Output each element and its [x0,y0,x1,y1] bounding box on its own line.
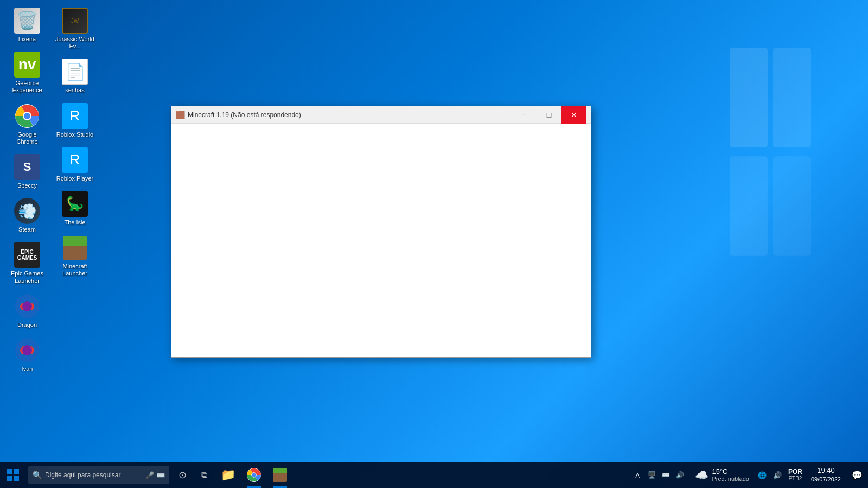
svg-rect-18 [7,476,12,481]
isle-icon: 🦕 [62,191,88,217]
icon-steam[interactable]: 💨 Steam [5,196,49,235]
icon-roblox-studio[interactable]: R Roblox Studio [53,101,97,140]
weather-desc: Pred. nublado [712,476,749,483]
weather-info: 15°C Pred. nublado [712,467,749,483]
clock-date: 09/07/2022 [811,476,841,483]
svg-rect-2 [730,156,768,255]
svg-point-7 [24,113,30,119]
search-extra-icons: 🎤 ⌨️ [145,471,165,479]
svg-point-15 [22,345,32,355]
weather-icon: ☁️ [695,468,709,481]
speccy-label: Speccy [17,182,37,189]
roblox-studio-icon: R [62,103,88,129]
svg-rect-17 [14,469,19,474]
taskbar-minecraft[interactable] [267,462,293,488]
speccy-icon: S [14,154,40,180]
dragon-icon [14,293,40,319]
roblox-player-icon: R [62,147,88,173]
system-tray: 🖥️ ⌨️ 🔊 [642,468,690,481]
minecraft-window: 🟫 Minecraft 1.19 (Não está respondendo) … [171,106,591,358]
taskbar-apps: 📁 [215,462,293,488]
icon-speccy[interactable]: S Speccy [5,152,49,191]
icon-jurassic[interactable]: JW Jurassic World Ev... [53,5,97,52]
icon-lixeira[interactable]: 🗑️ Lixeira [5,5,49,45]
systray-icon-1[interactable]: 🖥️ [645,468,658,481]
dragon-label: Dragon [17,322,37,329]
window-title: Minecraft 1.19 (Não está respondendo) [188,111,301,119]
close-button[interactable]: ✕ [561,106,586,124]
jurassic-icon: JW [62,8,88,34]
mc-launcher-icon [62,235,88,261]
cortana-button[interactable]: ⊙ [171,462,193,488]
chrome-label: Google Chrome [8,131,47,145]
icon-geforce[interactable]: nv GeForce Experience [5,49,49,96]
icon-roblox-player[interactable]: R Roblox Player [53,145,97,184]
window-content [171,124,591,357]
systray-chevron[interactable]: ⋀ [633,472,642,478]
svg-rect-1 [773,48,811,147]
lixeira-icon: 🗑️ [14,8,40,34]
roblox-studio-label: Roblox Studio [56,131,94,138]
icon-minecraft-launcher[interactable]: Minecraft Launcher [53,233,97,279]
taskbar: 🔍 Digite aqui para pesquisar 🎤 ⌨️ ⊙ ⧉ 📁 [0,462,868,488]
svg-rect-3 [773,156,811,255]
jurassic-label: Jurassic World Ev... [55,36,94,50]
window-titlebar: 🟫 Minecraft 1.19 (Não está respondendo) … [171,106,591,124]
geforce-icon: nv [14,52,40,78]
svg-point-11 [22,301,32,311]
svg-point-22 [252,473,256,477]
taskbar-explorer[interactable]: 📁 [215,462,241,488]
ivan-icon [14,337,40,363]
weather-widget[interactable]: ☁️ 15°C Pred. nublado [690,467,755,483]
titlebar-buttons: − □ ✕ [512,106,586,124]
notification-button[interactable]: 💬 [846,462,868,488]
taskbar-search[interactable]: 🔍 Digite aqui para pesquisar 🎤 ⌨️ [28,466,169,484]
icon-dragon[interactable]: Dragon [5,291,49,331]
volume-icon[interactable]: 🔊 [770,462,785,488]
language-indicator[interactable]: POR PTB2 [785,468,806,482]
epic-icon: EPICGAMES [14,242,40,268]
senhas-icon: 📄 [62,59,88,85]
roblox-player-label: Roblox Player [56,175,93,182]
lixeira-label: Lixeira [18,36,36,43]
search-icon: 🔍 [33,471,42,479]
task-view-button[interactable]: ⧉ [193,462,215,488]
chrome-icon [14,103,40,129]
search-text: Digite aqui para pesquisar [45,471,120,479]
taskbar-right: ⋀ 🖥️ ⌨️ 🔊 ☁️ 15°C Pred. nublado 🌐 [633,462,868,488]
geforce-label: GeForce Experience [8,80,47,94]
steam-icon: 💨 [14,198,40,224]
windows-watermark [716,43,825,314]
titlebar-left: 🟫 Minecraft 1.19 (Não está respondendo) [176,111,301,119]
steam-label: Steam [18,226,36,233]
systray-icon-3[interactable]: 🔊 [673,468,686,481]
icon-epic-games[interactable]: EPICGAMES Epic Games Launcher [5,240,49,286]
maximize-button[interactable]: □ [537,106,561,124]
clock-time: 19:40 [817,466,835,476]
desktop-icons: 🗑️ Lixeira nv GeForce Experience [5,5,92,375]
lang-code: POR [788,468,802,476]
senhas-label: senhas [65,87,84,94]
svg-rect-19 [14,476,19,481]
network-icon[interactable]: 🌐 [755,462,770,488]
minimize-button[interactable]: − [512,106,537,124]
svg-rect-16 [7,469,12,474]
svg-rect-0 [730,48,768,147]
ivan-label: Ivan [22,365,33,373]
icon-ivan[interactable]: Ivan [5,335,49,375]
lang-variant: PTB2 [788,476,802,482]
start-button[interactable] [0,462,26,488]
epic-label: Epic Games Launcher [8,270,47,284]
datetime-widget[interactable]: 19:40 09/07/2022 [806,466,846,483]
systray-icon-2[interactable]: ⌨️ [659,468,672,481]
icon-chrome[interactable]: Google Chrome [5,101,49,147]
desktop: 🗑️ Lixeira nv GeForce Experience [0,0,868,488]
icon-senhas[interactable]: 📄 senhas [53,56,97,96]
isle-label: The Isle [64,219,85,226]
window-app-icon: 🟫 [176,111,184,119]
mc-launcher-label: Minecraft Launcher [55,263,94,277]
icon-the-isle[interactable]: 🦕 The Isle [53,189,97,228]
taskbar-chrome[interactable] [241,462,267,488]
weather-temp: 15°C [712,467,749,476]
